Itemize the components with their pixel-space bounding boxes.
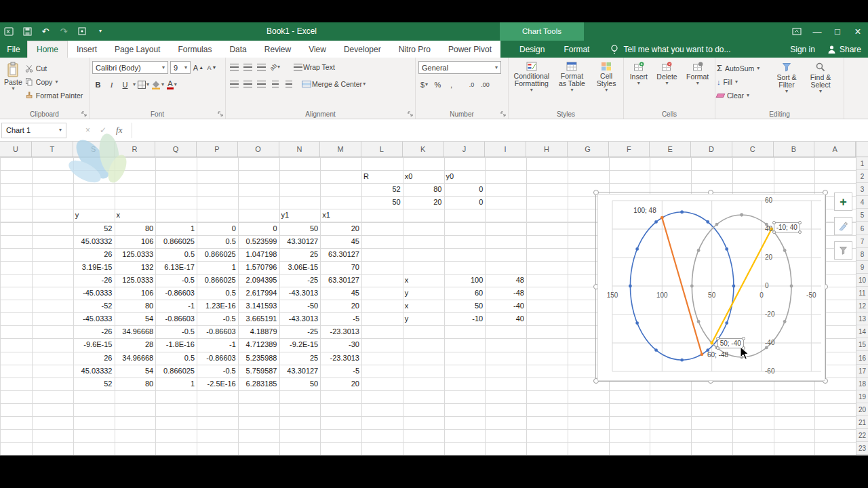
grow-font-button[interactable]: A▲	[193, 62, 204, 74]
cell-R17[interactable]: 54	[115, 365, 156, 378]
row-header-22[interactable]: 22	[856, 429, 868, 442]
cell-M6[interactable]: 20	[320, 222, 361, 235]
cell-N11[interactable]: -43.3013	[279, 287, 321, 300]
cell-S15[interactable]: -9.6E-15	[73, 338, 115, 351]
data-label[interactable]: 100; 48	[633, 207, 656, 215]
cell-M11[interactable]: 45	[320, 287, 361, 300]
align-right-button[interactable]	[256, 78, 267, 90]
align-top-button[interactable]	[229, 61, 240, 73]
cell-Q6[interactable]: 1	[155, 222, 197, 235]
cell-S11[interactable]: -45.0333	[73, 287, 115, 300]
cell-M8[interactable]: 63.30127	[320, 248, 361, 261]
cell-N9[interactable]: 3.06E-15	[279, 261, 321, 274]
minimize-button[interactable]: —	[807, 22, 827, 41]
cell-J3[interactable]: 0	[444, 183, 486, 196]
column-header-S[interactable]: S	[73, 142, 115, 157]
column-header-D[interactable]: D	[691, 142, 732, 157]
column-header-K[interactable]: K	[403, 142, 444, 157]
cell-Q15[interactable]: -1.8E-16	[155, 338, 197, 351]
cell-N7[interactable]: 43.30127	[279, 235, 321, 248]
accounting-format-button[interactable]: $▾	[418, 79, 430, 91]
tab-design[interactable]: Design	[510, 41, 554, 58]
row-header-15[interactable]: 15	[856, 338, 868, 351]
row-header-13[interactable]: 13	[856, 312, 868, 325]
clear-button[interactable]: Clear ▾	[717, 89, 770, 101]
select-all-corner[interactable]	[856, 142, 868, 157]
shrink-font-button[interactable]: A▼	[206, 62, 218, 74]
format-cells-button[interactable]: Format ▾	[684, 60, 711, 108]
cell-M9[interactable]: 70	[320, 261, 361, 274]
cell-L2[interactable]: R	[361, 170, 403, 183]
column-header-O[interactable]: O	[238, 142, 279, 157]
autosum-button[interactable]: Σ AutoSum ▾	[717, 62, 770, 74]
cell-N18[interactable]: 50	[279, 378, 321, 390]
cell-M5[interactable]: x1	[320, 209, 361, 222]
tab-formulas[interactable]: Formulas	[169, 41, 220, 58]
column-header-I[interactable]: I	[485, 142, 526, 157]
cell-Q16[interactable]: 0.5	[155, 352, 197, 365]
cell-Q14[interactable]: -0.5	[155, 325, 197, 338]
row-header-14[interactable]: 14	[856, 325, 868, 338]
cell-Q7[interactable]: 0.866025	[155, 235, 197, 248]
merge-center-button[interactable]: Merge & Center ▾	[302, 78, 366, 90]
clipboard-dialog-launcher[interactable]	[81, 110, 87, 117]
insert-cells-button[interactable]: Insert ▾	[627, 60, 650, 108]
row-header-21[interactable]: 21	[856, 416, 868, 429]
cell-R9[interactable]: 132	[115, 261, 156, 274]
align-bottom-button[interactable]	[256, 61, 267, 73]
cell-R14[interactable]: 34.96668	[115, 325, 156, 338]
row-header-17[interactable]: 17	[856, 365, 868, 378]
cell-M14[interactable]: -23.3013	[320, 325, 361, 338]
touch-mode-icon[interactable]	[76, 25, 88, 37]
format-painter-button[interactable]: Format Painter	[25, 89, 83, 101]
column-header-P[interactable]: P	[197, 142, 238, 157]
cell-I12[interactable]: -40	[485, 300, 526, 312]
cell-M7[interactable]: 45	[320, 235, 361, 248]
bold-button[interactable]: B	[92, 79, 104, 91]
sign-in-link[interactable]: Sign in	[790, 45, 815, 54]
cell-K13[interactable]: y	[403, 312, 444, 325]
increase-indent-button[interactable]	[283, 78, 294, 90]
cell-K11[interactable]: y	[403, 287, 444, 300]
maximize-button[interactable]: □	[827, 22, 848, 41]
cell-Q10[interactable]: -0.5	[155, 274, 197, 287]
tab-format[interactable]: Format	[554, 41, 599, 58]
cell-P16[interactable]: -0.86603	[197, 352, 238, 365]
cell-J13[interactable]: -10	[444, 312, 486, 325]
cell-R13[interactable]: 54	[115, 312, 156, 325]
italic-button[interactable]: I	[106, 79, 117, 91]
cell-J4[interactable]: 0	[444, 196, 486, 209]
row-header-6[interactable]: 6	[856, 222, 868, 235]
cell-J12[interactable]: 50	[444, 300, 486, 312]
row-header-4[interactable]: 4	[856, 196, 868, 209]
cell-Q9[interactable]: 6.13E-17	[155, 261, 197, 274]
column-header-M[interactable]: M	[320, 142, 361, 157]
align-center-button[interactable]	[242, 78, 254, 90]
paste-button[interactable]: Paste ▾	[1, 60, 25, 108]
cell-Q18[interactable]: 1	[155, 378, 197, 390]
cell-N15[interactable]: -9.2E-15	[279, 338, 321, 351]
column-header-B[interactable]: B	[774, 142, 815, 157]
cell-S13[interactable]: -45.0333	[73, 312, 115, 325]
row-header-10[interactable]: 10	[856, 274, 868, 287]
cell-M17[interactable]: -5	[320, 365, 361, 378]
cell-P7[interactable]: 0.5	[197, 235, 238, 248]
column-header-R[interactable]: R	[115, 142, 156, 157]
customize-qat-icon[interactable]: ▾	[94, 25, 106, 37]
column-header-A[interactable]: A	[814, 142, 856, 157]
row-header-23[interactable]: 23	[856, 442, 868, 455]
number-dialog-launcher[interactable]	[500, 110, 507, 117]
cell-O7[interactable]: 0.523599	[238, 235, 279, 248]
undo-icon[interactable]: ↶	[39, 25, 52, 37]
cell-N16[interactable]: 25	[279, 352, 321, 365]
row-header-11[interactable]: 11	[856, 287, 868, 300]
cell-O9[interactable]: 1.570796	[238, 261, 279, 274]
save-icon[interactable]	[21, 25, 33, 37]
cell-R12[interactable]: 80	[115, 300, 156, 312]
find-select-button[interactable]: Find & Select ▾	[804, 60, 837, 108]
cell-O11[interactable]: 2.617994	[238, 287, 279, 300]
font-family-combo[interactable]: Calibri (Body) ▾	[92, 61, 168, 74]
conditional-formatting-button[interactable]: Conditional Formatting ▾	[511, 60, 552, 108]
cell-P9[interactable]: 1	[197, 261, 238, 274]
cell-O16[interactable]: 5.235988	[238, 352, 279, 365]
